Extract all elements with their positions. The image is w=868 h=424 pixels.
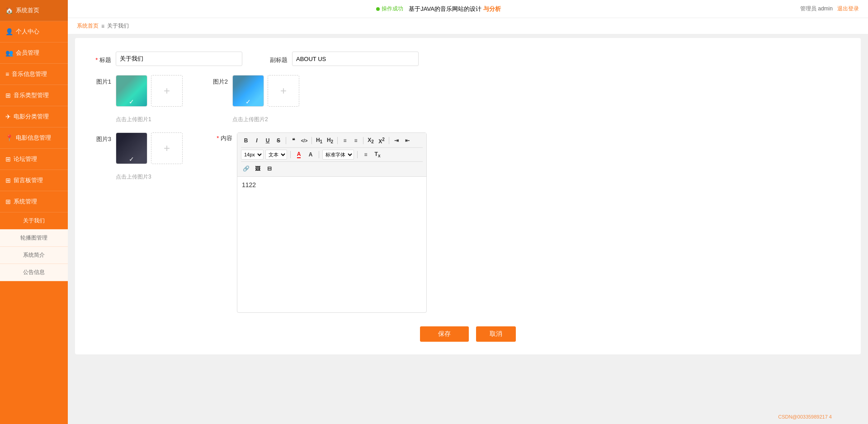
img1-preview[interactable]: ✓ <box>116 75 147 107</box>
superscript-btn[interactable]: X2 <box>377 136 387 146</box>
align-left-btn[interactable]: ≡ <box>361 150 371 160</box>
editor-body[interactable]: 1122 <box>237 177 426 312</box>
img3-preview[interactable]: ✓ <box>116 132 147 164</box>
img3-content-row: 图片3 ✓ + 点击上传图片3 内容 <box>89 132 847 313</box>
title-input[interactable] <box>116 52 242 66</box>
rich-text-editor: B I U S ❝ </> H1 H2 ≡ <box>237 132 427 313</box>
content-label: 内容 <box>210 132 237 142</box>
font-bgcolor-btn[interactable]: A <box>306 150 316 160</box>
logout-link[interactable]: 退出登录 <box>837 5 859 12</box>
outdent-icon: ⇤ <box>405 137 410 144</box>
table-icon: ⊟ <box>267 165 272 172</box>
h1-icon: H1 <box>316 137 322 144</box>
sidebar-sub-item-notice-label: 公告信息 <box>23 269 45 276</box>
indent-btn[interactable]: ⇥ <box>392 136 401 146</box>
sidebar-sub-section: 关于我们 轮播图管理 系统简介 公告信息 <box>0 212 68 281</box>
bold-btn[interactable]: B <box>241 136 251 146</box>
topbar-center: 操作成功 基于JAVA的音乐网站的设计 与分析 <box>376 5 500 13</box>
sidebar-item-music-label: 音乐信息管理 <box>12 70 47 78</box>
h2-btn[interactable]: H2 <box>325 136 335 146</box>
strikethrough-btn[interactable]: S <box>274 136 283 146</box>
img2-preview[interactable]: ✓ <box>232 75 264 107</box>
sidebar-item-system[interactable]: ⊞ 系统管理 <box>0 191 68 212</box>
font-color-icon: A <box>297 151 301 158</box>
image-btn[interactable]: 🖼 <box>253 164 263 174</box>
sidebar-item-movie-cat-label: 电影分类管理 <box>14 113 49 121</box>
quote-icon: ❝ <box>292 137 295 144</box>
sidebar-item-forum-label: 论坛管理 <box>14 155 37 163</box>
table-btn[interactable]: ⊟ <box>264 164 274 174</box>
sidebar-item-profile[interactable]: 👤 个人中心 <box>0 21 68 42</box>
img2-section: 图片2 ✓ + 点击上传图片2 <box>210 75 299 132</box>
sidebar-item-members[interactable]: 👥 会员管理 <box>0 42 68 64</box>
toolbar-sep-3 <box>337 137 338 144</box>
toolbar-sep-1 <box>286 137 286 144</box>
clear-format-btn[interactable]: Tx <box>373 150 382 160</box>
link-icon: 🔗 <box>243 165 250 172</box>
img3-section: 图片3 ✓ + 点击上传图片3 <box>89 132 183 181</box>
subscript-icon: X2 <box>368 137 374 144</box>
system-icon: ⊞ <box>5 198 11 205</box>
sidebar-sub-item-notice[interactable]: 公告信息 <box>0 264 68 281</box>
strikethrough-icon: S <box>277 137 280 144</box>
img3-upload-btn[interactable]: + <box>151 132 183 164</box>
subtitle-label: 副标题 <box>269 53 292 64</box>
sidebar-item-movie-info[interactable]: 📍 电影信息管理 <box>0 127 68 149</box>
sidebar-sub-item-intro[interactable]: 系统简介 <box>0 247 68 264</box>
ol-icon: ≡ <box>343 137 346 144</box>
outdent-btn[interactable]: ⇤ <box>402 136 412 146</box>
underline-btn[interactable]: U <box>263 136 273 146</box>
img2-upload-row: 图片2 ✓ + <box>210 75 299 107</box>
breadcrumb: 系统首页 ≡ 关于我们 <box>68 18 868 34</box>
main-area: 操作成功 基于JAVA的音乐网站的设计 与分析 管理员 admin 退出登录 系… <box>68 0 868 424</box>
save-button[interactable]: 保存 <box>420 326 469 342</box>
img2-upload-btn[interactable]: + <box>268 75 299 107</box>
sidebar-item-movie-cat[interactable]: ✈ 电影分类管理 <box>0 106 68 127</box>
topbar: 操作成功 基于JAVA的音乐网站的设计 与分析 管理员 admin 退出登录 <box>68 0 868 18</box>
italic-icon: I <box>256 137 257 144</box>
font-size-select[interactable]: 14px 12px 16px 18px <box>241 150 264 160</box>
title-field-row: 标题 <box>89 52 242 66</box>
sidebar-item-music[interactable]: ≡ 音乐信息管理 <box>0 64 68 85</box>
sidebar-item-forum[interactable]: ⊞ 论坛管理 <box>0 149 68 170</box>
breadcrumb-home[interactable]: 系统首页 <box>77 22 99 30</box>
topbar-title-highlight: 与分析 <box>483 5 501 12</box>
img2-check-icon: ✓ <box>245 98 251 105</box>
img2-label: 图片2 <box>210 75 232 86</box>
editor-content: 1122 <box>242 181 256 188</box>
font-family-select[interactable]: 标准字体 <box>322 150 354 160</box>
img3-upload-area: ✓ + <box>116 132 183 164</box>
sidebar-sub-item-carousel[interactable]: 轮播图管理 <box>0 230 68 247</box>
font-type-select[interactable]: 文本 <box>265 150 287 160</box>
sidebar-item-music-type[interactable]: ⊞ 音乐类型管理 <box>0 85 68 106</box>
success-dot <box>376 7 380 11</box>
img2-hint: 点击上传图片2 <box>232 116 299 123</box>
h1-btn[interactable]: H1 <box>314 136 324 146</box>
subtitle-input[interactable] <box>292 52 419 66</box>
ol-btn[interactable]: ≡ <box>340 136 350 146</box>
sidebar-sub-item-carousel-label: 轮播图管理 <box>20 234 47 242</box>
img1-label: 图片1 <box>89 75 116 86</box>
topbar-title-prefix: 基于JAVA的音乐网站的设计 <box>409 5 481 12</box>
img2-upload-area: ✓ + <box>232 75 299 107</box>
img1-upload-btn[interactable]: + <box>151 75 183 107</box>
align-left-icon: ≡ <box>364 151 367 158</box>
cancel-button[interactable]: 取消 <box>476 326 516 342</box>
img1-hint: 点击上传图片1 <box>116 116 183 123</box>
link-btn[interactable]: 🔗 <box>241 164 251 174</box>
code-btn[interactable]: </> <box>299 136 309 146</box>
quote-btn[interactable]: ❝ <box>288 136 298 146</box>
sidebar-item-messages-label: 留言板管理 <box>14 176 43 184</box>
subscript-btn[interactable]: X2 <box>366 136 376 146</box>
title-label: 标题 <box>89 53 116 64</box>
italic-btn[interactable]: I <box>252 136 262 146</box>
sidebar: 🏠 系统首页 👤 个人中心 👥 会员管理 ≡ 音乐信息管理 ⊞ 音乐类型管理 ✈… <box>0 0 68 424</box>
sidebar-item-home[interactable]: 🏠 系统首页 <box>0 0 68 21</box>
sidebar-item-members-label: 会员管理 <box>16 49 39 57</box>
sidebar-sub-item-about[interactable]: 关于我们 <box>0 212 68 230</box>
img1-upload-area: ✓ + <box>116 75 183 107</box>
home-icon: 🏠 <box>5 7 13 14</box>
font-color-btn[interactable]: A <box>294 150 304 160</box>
ul-btn[interactable]: ≡ <box>351 136 361 146</box>
sidebar-item-messages[interactable]: ⊞ 留言板管理 <box>0 170 68 191</box>
